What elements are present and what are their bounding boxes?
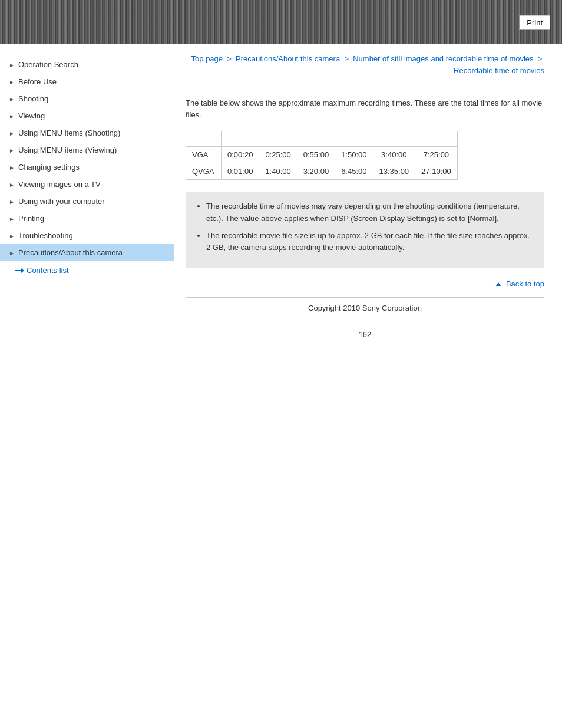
breadcrumb: Top page > Precautions/About this camera…	[186, 53, 544, 76]
table-cell-col2: 0:25:00	[259, 147, 297, 163]
arrow-icon: ►	[9, 130, 15, 136]
breadcrumb-line1: Top page > Precautions/About this camera…	[191, 54, 544, 75]
breadcrumb-precautions[interactable]: Precautions/About this camera	[236, 54, 340, 63]
table-header-cell	[186, 139, 222, 147]
table-header-cell	[297, 131, 335, 139]
table-header-cell	[415, 131, 458, 139]
page-number: 162	[186, 330, 544, 351]
recording-time-table: VGA 0:00:20 0:25:00 0:55:00 1:50:00 3:40…	[186, 131, 458, 180]
sidebar-item-troubleshooting[interactable]: ► Troubleshooting	[0, 227, 174, 244]
content-area: Top page > Precautions/About this camera…	[174, 44, 562, 363]
breadcrumb-recordable-time[interactable]: Recordable time of movies	[454, 66, 544, 75]
sidebar-label: Viewing images on a TV	[18, 180, 101, 189]
sidebar-label: Before Use	[18, 77, 57, 86]
table-header-cell	[186, 131, 222, 139]
sidebar-label: Printing	[18, 214, 44, 223]
table-header-cell	[415, 139, 458, 147]
sidebar-label: Using with your computer	[18, 197, 105, 206]
sidebar-label: Precautions/About this camera	[18, 248, 123, 257]
sidebar-item-using-menu-viewing[interactable]: ► Using MENU items (Viewing)	[0, 141, 174, 159]
contents-list-label: Contents list	[27, 266, 69, 275]
sidebar: ► Operation Search ► Before Use ► Shooti…	[0, 44, 174, 363]
arrow-icon: ►	[9, 216, 15, 222]
notes-list: The recordable time of movies may vary d…	[197, 200, 533, 254]
arrow-icon: ►	[9, 62, 15, 68]
table-cell-col5: 3:40:00	[373, 147, 415, 163]
back-to-top-label: Back to top	[506, 279, 544, 288]
table-header-cell	[335, 139, 373, 147]
table-cell-col3: 0:55:00	[297, 147, 335, 163]
arrow-icon: ►	[9, 164, 15, 170]
print-button[interactable]: Print	[519, 15, 550, 29]
table-header-cell	[259, 139, 297, 147]
sidebar-item-operation-search[interactable]: ► Operation Search	[0, 56, 174, 73]
sidebar-item-shooting[interactable]: ► Shooting	[0, 90, 174, 107]
table-header-cell	[222, 131, 259, 139]
back-to-top-link[interactable]: Back to top	[495, 279, 544, 288]
notes-box: The recordable time of movies may vary d…	[186, 192, 544, 268]
arrow-right-icon	[15, 268, 24, 274]
arrow-icon: ►	[9, 96, 15, 102]
arrow-icon: ►	[9, 233, 15, 239]
footer-divider	[186, 297, 544, 298]
breadcrumb-number-images[interactable]: Number of still images and recordable ti…	[353, 54, 533, 63]
arrow-icon: ►	[9, 199, 15, 205]
triangle-icon	[495, 282, 501, 286]
sidebar-label: Viewing	[18, 111, 45, 120]
contents-list-link[interactable]: Contents list	[0, 261, 174, 279]
table-cell-col6: 7:25:00	[415, 147, 458, 163]
sidebar-item-before-use[interactable]: ► Before Use	[0, 73, 174, 90]
table-cell-col1: 0:00:20	[222, 147, 259, 163]
list-item: The recordable time of movies may vary d…	[206, 200, 533, 225]
footer: Copyright 2010 Sony Corporation	[186, 304, 544, 318]
sidebar-item-using-menu-shooting[interactable]: ► Using MENU items (Shooting)	[0, 124, 174, 141]
table-cell-col4: 6:45:00	[335, 163, 373, 180]
table-row: QVGA 0:01:00 1:40:00 3:20:00 6:45:00 13:…	[186, 163, 458, 180]
header-bar: Print	[0, 0, 562, 44]
back-to-top[interactable]: Back to top	[186, 279, 544, 288]
sidebar-item-precautions[interactable]: ► Precautions/About this camera	[0, 244, 174, 261]
table-cell-col5: 13:35:00	[373, 163, 415, 180]
breadcrumb-top-page[interactable]: Top page	[191, 54, 223, 63]
copyright-text: Copyright 2010 Sony Corporation	[308, 304, 422, 312]
sidebar-label: Troubleshooting	[18, 231, 73, 240]
table-header-row2	[186, 139, 458, 147]
table-header-cell	[373, 131, 415, 139]
arrow-icon: ►	[9, 79, 15, 85]
sidebar-item-printing[interactable]: ► Printing	[0, 210, 174, 227]
table-row: VGA 0:00:20 0:25:00 0:55:00 1:50:00 3:40…	[186, 147, 458, 163]
divider	[186, 88, 544, 88]
table-header-cell	[335, 131, 373, 139]
sidebar-item-viewing[interactable]: ► Viewing	[0, 107, 174, 124]
sidebar-label: Using MENU items (Viewing)	[18, 146, 117, 154]
arrow-icon: ►	[9, 147, 15, 153]
table-cell-col6: 27:10:00	[415, 163, 458, 180]
sidebar-item-viewing-images-tv[interactable]: ► Viewing images on a TV	[0, 176, 174, 193]
table-cell-col1: 0:01:00	[222, 163, 259, 180]
table-header-row1	[186, 131, 458, 139]
page-description: The table below shows the approximate ma…	[186, 97, 544, 120]
table-header-cell	[222, 139, 259, 147]
arrow-icon: ►	[9, 250, 15, 256]
table-cell-col3: 3:20:00	[297, 163, 335, 180]
table-header-cell	[259, 131, 297, 139]
sidebar-item-changing-settings[interactable]: ► Changing settings	[0, 159, 174, 176]
list-item: The recordable movie file size is up to …	[206, 230, 533, 255]
table-cell-format: QVGA	[186, 163, 222, 180]
table-header-cell	[373, 139, 415, 147]
table-header-cell	[297, 139, 335, 147]
table-cell-format: VGA	[186, 147, 222, 163]
arrow-icon: ►	[9, 113, 15, 119]
table-cell-col2: 1:40:00	[259, 163, 297, 180]
sidebar-label: Using MENU items (Shooting)	[18, 129, 120, 137]
sidebar-item-using-with-computer[interactable]: ► Using with your computer	[0, 193, 174, 210]
main-layout: ► Operation Search ► Before Use ► Shooti…	[0, 44, 562, 363]
sidebar-label: Shooting	[18, 94, 48, 103]
sidebar-label: Changing settings	[18, 163, 80, 172]
sidebar-label: Operation Search	[18, 60, 78, 69]
table-cell-col4: 1:50:00	[335, 147, 373, 163]
arrow-icon: ►	[9, 182, 15, 187]
